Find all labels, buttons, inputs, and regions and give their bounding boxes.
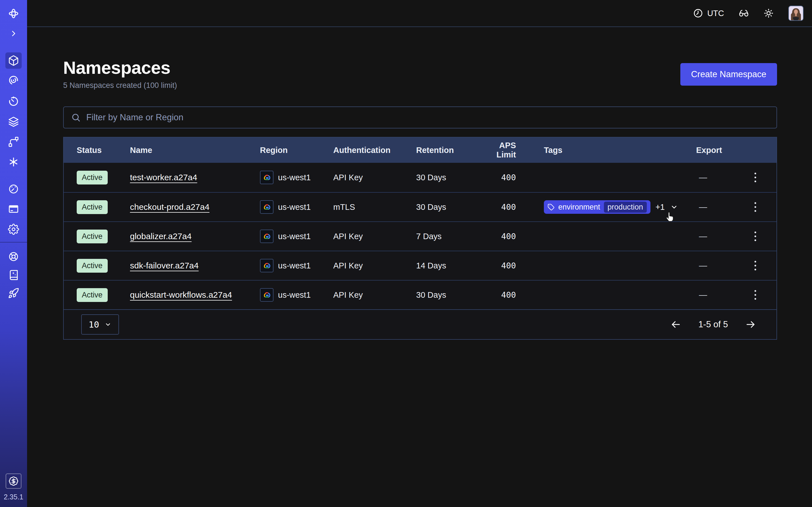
temporal-logo[interactable] (8, 8, 19, 19)
region-label: us-west1 (278, 173, 311, 182)
filter-input[interactable] (86, 112, 769, 122)
deployments-layers-icon (8, 116, 19, 127)
app-version: 2.35.1 (0, 493, 27, 501)
tag-pill[interactable]: environment production (544, 200, 651, 214)
table-footer: 10 1-5 of 5 (64, 309, 776, 339)
page-size-select[interactable]: 10 (81, 314, 119, 335)
sidebar-item-support[interactable] (8, 251, 19, 262)
clock-icon (693, 8, 703, 18)
timezone-button[interactable]: UTC (693, 8, 724, 18)
settings-gear-icon (8, 224, 19, 235)
tag-expand-chevron-icon[interactable] (670, 203, 678, 211)
col-header-export: Export (696, 146, 776, 155)
aps-limit-cell: 400 (481, 290, 544, 300)
aps-limit-cell: 400 (481, 202, 544, 212)
sidebar-item-deployments[interactable] (8, 116, 19, 127)
export-cell: — (696, 230, 776, 243)
glasses-icon (739, 8, 749, 18)
sidebar-divider (0, 242, 27, 242)
page-size-value: 10 (89, 320, 99, 330)
sun-theme-icon (763, 8, 774, 18)
tag-value: production (604, 202, 647, 213)
row-menu-button[interactable] (753, 201, 758, 214)
region-cell: us-west1 (260, 259, 333, 272)
region-cell: us-west1 (260, 171, 333, 184)
search-icon (71, 113, 81, 122)
export-value: — (699, 261, 707, 270)
col-header-auth: Authentication (333, 146, 416, 155)
region-label: us-west1 (278, 290, 311, 300)
theme-toggle-button[interactable] (763, 8, 774, 18)
sidebar-expand-chevron-icon[interactable] (8, 28, 19, 39)
pagination: 1-5 of 5 (670, 319, 756, 330)
schedules-timer-icon (8, 96, 19, 107)
sidebar-item-billing[interactable] (8, 203, 19, 215)
row-menu-button[interactable] (753, 288, 758, 301)
labs-toggle-button[interactable] (739, 8, 749, 18)
export-cell: — (696, 171, 776, 184)
chevron-down-icon (104, 321, 112, 328)
retention-cell: 30 Days (416, 203, 481, 212)
export-value: — (699, 232, 707, 241)
row-menu-button[interactable] (753, 259, 758, 272)
user-avatar[interactable] (788, 6, 804, 21)
support-lifebuoy-icon (8, 251, 19, 262)
sidebar-item-usage[interactable] (8, 183, 19, 194)
next-page-arrow-icon[interactable] (745, 319, 756, 330)
col-header-aps-limit: APS Limit (481, 141, 544, 159)
namespace-link[interactable]: test-worker.a27a4 (130, 173, 197, 182)
namespaces-table: Status Name Region Authentication Retent… (63, 137, 777, 340)
create-namespace-button[interactable]: Create Namespace (680, 63, 777, 86)
region-cell: us-west1 (260, 230, 333, 243)
retention-cell: 7 Days (416, 232, 481, 241)
col-header-status: Status (77, 146, 130, 155)
sidebar-item-schedules[interactable] (8, 96, 19, 107)
status-badge: Active (77, 288, 108, 302)
namespace-link[interactable]: quickstart-workflows.a27a4 (130, 290, 232, 299)
namespace-link[interactable]: globalizer.a27a4 (130, 231, 192, 241)
page-subtitle: 5 Namespaces created (100 limit) (63, 81, 777, 90)
sidebar-item-getting-started[interactable] (8, 288, 19, 299)
gcp-region-icon (260, 200, 273, 214)
billing-card-icon (8, 203, 19, 215)
table-body: Active test-worker.a27a4 u (64, 163, 776, 309)
export-cell: — (696, 201, 776, 214)
auth-cell: API Key (333, 261, 416, 270)
region-label: us-west1 (278, 232, 311, 241)
namespace-link[interactable]: sdk-failover.a27a4 (130, 261, 199, 270)
status-badge: Active (77, 230, 108, 243)
nexus-branch-icon (8, 136, 19, 147)
gcp-region-icon (260, 171, 273, 184)
export-cell: — (696, 259, 776, 272)
namespaces-cube-icon (8, 55, 19, 66)
retention-cell: 14 Days (416, 261, 481, 270)
sidebar-item-pricing[interactable] (6, 473, 21, 489)
auth-cell: mTLS (333, 203, 416, 212)
retention-cell: 30 Days (416, 290, 481, 300)
prev-page-arrow-icon[interactable] (670, 319, 681, 330)
gcp-region-icon (260, 230, 273, 243)
namespace-link[interactable]: checkout-prod.a27a4 (130, 202, 209, 212)
region-label: us-west1 (278, 261, 311, 270)
status-badge: Active (77, 259, 108, 273)
aps-limit-cell: 400 (481, 173, 544, 182)
row-menu-button[interactable] (753, 171, 758, 184)
sidebar-item-settings[interactable] (8, 224, 19, 235)
export-value: — (699, 173, 707, 182)
app-root: 2.35.1 UTC (0, 0, 812, 507)
sidebar-item-nexus[interactable] (8, 136, 19, 147)
aps-limit-cell: 400 (481, 261, 544, 270)
sidebar-item-docs[interactable] (8, 269, 19, 281)
row-menu-button[interactable] (753, 230, 758, 243)
gcp-region-icon (260, 288, 273, 302)
status-badge: Active (77, 200, 108, 214)
table-header-row: Status Name Region Authentication Retent… (64, 137, 776, 163)
main-content: Namespaces 5 Namespaces created (100 lim… (27, 27, 812, 507)
sidebar-item-batch-operations[interactable] (8, 156, 19, 168)
tags-cell: environment production +1 (544, 200, 696, 214)
status-badge: Active (77, 171, 108, 184)
col-header-tags: Tags (544, 146, 696, 155)
sidebar-item-namespaces[interactable] (8, 55, 19, 66)
sidebar-item-workflows[interactable] (8, 75, 19, 86)
usage-gauge-icon (8, 183, 19, 194)
